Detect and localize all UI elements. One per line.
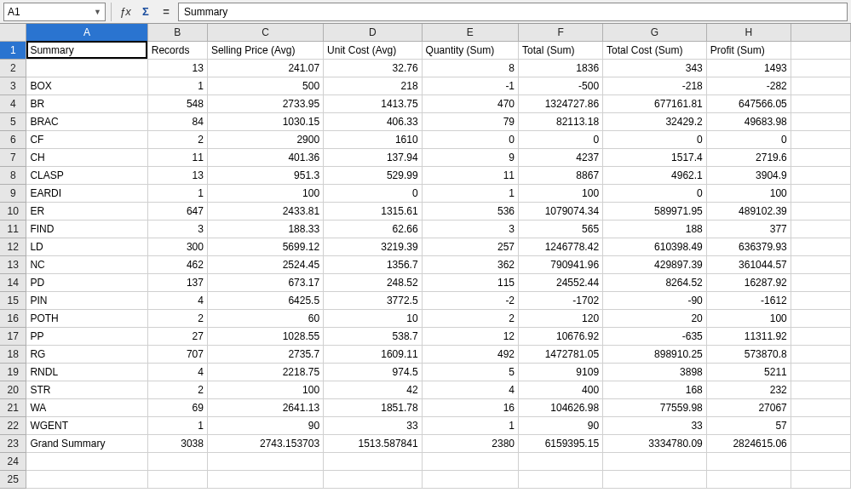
- cell-C15[interactable]: 6425.5: [207, 291, 323, 309]
- cell-H4[interactable]: 647566.05: [706, 94, 791, 112]
- cell-D21[interactable]: 1851.78: [324, 398, 423, 416]
- cell-G24[interactable]: [603, 452, 707, 470]
- cell-G7[interactable]: 1517.4: [603, 148, 707, 166]
- cell-F5[interactable]: 82113.18: [519, 112, 603, 130]
- cell-G17[interactable]: -635: [603, 327, 707, 345]
- function-wizard-icon[interactable]: ƒx: [117, 3, 134, 20]
- cell-D1[interactable]: Unit Cost (Avg): [324, 41, 423, 59]
- row-header-8[interactable]: 8: [0, 166, 26, 184]
- cell-E19[interactable]: 5: [422, 363, 518, 381]
- cell-F13[interactable]: 790941.96: [519, 255, 603, 273]
- cell-C12[interactable]: 5699.12: [207, 238, 323, 255]
- cell-C25[interactable]: [207, 470, 323, 488]
- cell-C5[interactable]: 1030.15: [207, 112, 323, 130]
- cell-A2[interactable]: [26, 59, 147, 77]
- cell-E2[interactable]: 8: [422, 59, 518, 77]
- cell-B25[interactable]: [147, 470, 207, 488]
- cell-D8[interactable]: 529.99: [324, 166, 423, 184]
- cell-C4[interactable]: 2733.95: [207, 94, 323, 112]
- column-header-G[interactable]: G: [603, 24, 707, 41]
- cell-C3[interactable]: 500: [207, 77, 323, 94]
- row-header-18[interactable]: 18: [0, 345, 26, 363]
- cell-C24[interactable]: [207, 452, 323, 470]
- cell-F8[interactable]: 8867: [519, 166, 603, 184]
- cell-A15[interactable]: PIN: [26, 291, 147, 309]
- cell-F18[interactable]: 1472781.05: [519, 345, 603, 363]
- row-header-5[interactable]: 5: [0, 112, 26, 130]
- row-header-23[interactable]: 23: [0, 434, 26, 452]
- column-header-C[interactable]: C: [207, 24, 323, 41]
- cell-H18[interactable]: 573870.8: [706, 345, 791, 363]
- cell-B2[interactable]: 13: [147, 59, 207, 77]
- cell-G14[interactable]: 8264.52: [603, 273, 707, 291]
- cell-H19[interactable]: 5211: [706, 363, 791, 381]
- cell-D6[interactable]: 1610: [324, 130, 423, 148]
- column-header-extra[interactable]: [791, 24, 850, 41]
- cell-C10[interactable]: 2433.81: [207, 202, 323, 220]
- cell-D3[interactable]: 218: [324, 77, 423, 94]
- cell-D15[interactable]: 3772.5: [324, 291, 423, 309]
- cell-extra-14[interactable]: [791, 273, 850, 291]
- cell-D14[interactable]: 248.52: [324, 273, 423, 291]
- cell-C23[interactable]: 2743.153703: [207, 434, 323, 452]
- cell-A16[interactable]: POTH: [26, 309, 147, 327]
- cell-H14[interactable]: 16287.92: [706, 273, 791, 291]
- cell-G1[interactable]: Total Cost (Sum): [603, 41, 707, 59]
- cell-extra-8[interactable]: [791, 166, 850, 184]
- cell-B11[interactable]: 3: [147, 220, 207, 238]
- cell-F20[interactable]: 400: [519, 381, 603, 398]
- cell-E22[interactable]: 1: [422, 416, 518, 434]
- cell-F24[interactable]: [519, 452, 603, 470]
- row-header-3[interactable]: 3: [0, 77, 26, 94]
- cell-E13[interactable]: 362: [422, 255, 518, 273]
- cell-A12[interactable]: LD: [26, 238, 147, 255]
- cell-A25[interactable]: [26, 470, 147, 488]
- cell-B7[interactable]: 11: [147, 148, 207, 166]
- cell-extra-20[interactable]: [791, 381, 850, 398]
- row-header-1[interactable]: 1: [0, 41, 26, 59]
- cell-A19[interactable]: RNDL: [26, 363, 147, 381]
- cell-C21[interactable]: 2641.13: [207, 398, 323, 416]
- cell-D17[interactable]: 538.7: [324, 327, 423, 345]
- cell-B13[interactable]: 462: [147, 255, 207, 273]
- cell-F1[interactable]: Total (Sum): [519, 41, 603, 59]
- cell-D12[interactable]: 3219.39: [324, 238, 423, 255]
- cell-A21[interactable]: WA: [26, 398, 147, 416]
- cell-extra-19[interactable]: [791, 363, 850, 381]
- cell-B1[interactable]: Records: [147, 41, 207, 59]
- cell-D16[interactable]: 10: [324, 309, 423, 327]
- cell-G20[interactable]: 168: [603, 381, 707, 398]
- cell-F7[interactable]: 4237: [519, 148, 603, 166]
- cell-E1[interactable]: Quantity (Sum): [422, 41, 518, 59]
- cell-A22[interactable]: WGENT: [26, 416, 147, 434]
- cell-C22[interactable]: 90: [207, 416, 323, 434]
- cell-E20[interactable]: 4: [422, 381, 518, 398]
- cell-B4[interactable]: 548: [147, 94, 207, 112]
- cell-C19[interactable]: 2218.75: [207, 363, 323, 381]
- cell-B18[interactable]: 707: [147, 345, 207, 363]
- cell-E5[interactable]: 79: [422, 112, 518, 130]
- cell-extra-25[interactable]: [791, 470, 850, 488]
- cell-G2[interactable]: 343: [603, 59, 707, 77]
- cell-G10[interactable]: 589971.95: [603, 202, 707, 220]
- cell-F14[interactable]: 24552.44: [519, 273, 603, 291]
- cell-B24[interactable]: [147, 452, 207, 470]
- cell-extra-4[interactable]: [791, 94, 850, 112]
- cell-F12[interactable]: 1246778.42: [519, 238, 603, 255]
- cell-D7[interactable]: 137.94: [324, 148, 423, 166]
- cell-H21[interactable]: 27067: [706, 398, 791, 416]
- cell-B21[interactable]: 69: [147, 398, 207, 416]
- cell-G5[interactable]: 32429.2: [603, 112, 707, 130]
- cell-B20[interactable]: 2: [147, 381, 207, 398]
- sum-icon[interactable]: Σ: [137, 3, 154, 20]
- cell-D25[interactable]: [324, 470, 423, 488]
- cell-B22[interactable]: 1: [147, 416, 207, 434]
- spreadsheet-grid[interactable]: ABCDEFGH1SummaryRecordsSelling Price (Av…: [0, 24, 851, 489]
- cell-extra-3[interactable]: [791, 77, 850, 94]
- cell-E7[interactable]: 9: [422, 148, 518, 166]
- cell-H1[interactable]: Profit (Sum): [706, 41, 791, 59]
- row-header-12[interactable]: 12: [0, 238, 26, 255]
- cell-H12[interactable]: 636379.93: [706, 238, 791, 255]
- cell-extra-22[interactable]: [791, 416, 850, 434]
- cell-extra-6[interactable]: [791, 130, 850, 148]
